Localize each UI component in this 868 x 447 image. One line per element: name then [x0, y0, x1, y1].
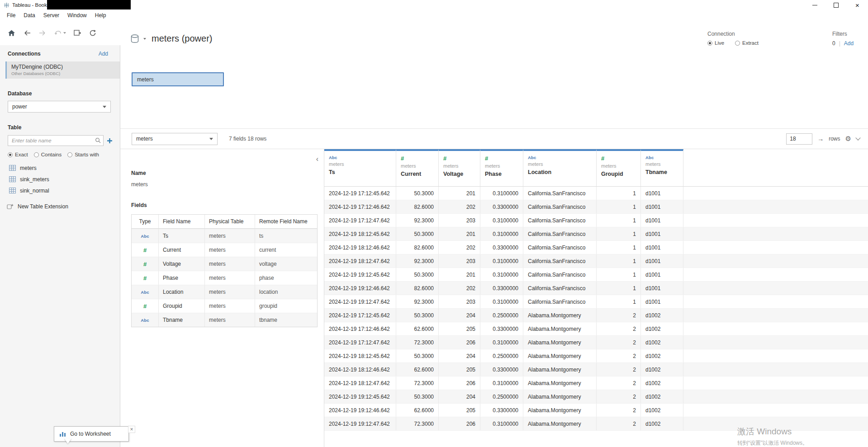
cell-ts[interactable]: 2024-12-19 17:12:46.642 — [324, 200, 396, 213]
cell-groupid[interactable]: 2 — [597, 309, 641, 322]
cell-current[interactable]: 82.6000 — [396, 241, 439, 254]
table-row[interactable]: 2024-12-19 19:12:47.64292.30002030.31000… — [324, 295, 868, 309]
cell-ts[interactable]: 2024-12-19 17:12:47.642 — [324, 214, 396, 227]
radio-starts-with[interactable]: Starts with — [67, 152, 99, 157]
cell-voltage[interactable]: 202 — [439, 241, 480, 254]
cell-phase[interactable]: 0.3100000 — [480, 295, 523, 308]
cell-tbname[interactable]: d1002 — [641, 376, 683, 390]
table-row[interactable]: 2024-12-19 17:12:47.64272.30002060.31000… — [324, 336, 868, 349]
cell-voltage[interactable]: 203 — [439, 214, 480, 227]
cell-groupid[interactable]: 2 — [597, 376, 641, 390]
cell-current[interactable]: 50.3000 — [396, 349, 439, 362]
cell-voltage[interactable]: 201 — [439, 268, 480, 281]
cell-location[interactable]: California.SanFrancisco — [523, 227, 597, 240]
cell-phase[interactable]: 0.3100000 — [480, 187, 523, 200]
cell-current[interactable]: 50.3000 — [396, 390, 439, 403]
cell-location[interactable]: California.SanFrancisco — [523, 241, 597, 254]
cell-voltage[interactable]: 205 — [439, 363, 480, 376]
cell-voltage[interactable]: 201 — [439, 187, 480, 200]
apply-row-count-icon[interactable]: → — [817, 135, 824, 142]
table-row[interactable]: 2024-12-19 17:12:47.64292.30002030.31000… — [324, 214, 868, 227]
cell-tbname[interactable]: d1001 — [641, 214, 683, 227]
table-row[interactable]: 2024-12-19 17:12:45.64250.30002040.25000… — [324, 309, 868, 322]
cell-voltage[interactable]: 206 — [439, 376, 480, 390]
cell-voltage[interactable]: 206 — [439, 336, 480, 349]
cell-location[interactable]: Alabama.Montgomery — [523, 390, 597, 403]
cell-groupid[interactable]: 1 — [597, 200, 641, 213]
row-count-input[interactable] — [786, 133, 812, 145]
cell-voltage[interactable]: 204 — [439, 309, 480, 322]
cell-groupid[interactable]: 1 — [597, 282, 641, 295]
table-row[interactable]: 2024-12-19 19:12:45.64250.30002010.31000… — [324, 268, 868, 282]
cell-location[interactable]: Alabama.Montgomery — [523, 322, 597, 335]
undo-dropdown-caret[interactable] — [63, 32, 66, 34]
cell-voltage[interactable]: 206 — [439, 417, 480, 430]
cell-groupid[interactable]: 2 — [597, 322, 641, 335]
cell-voltage[interactable]: 203 — [439, 295, 480, 308]
cell-tbname[interactable]: d1001 — [641, 268, 683, 281]
cell-phase[interactable]: 0.3100000 — [480, 268, 523, 281]
field-row[interactable]: #Phasemetersphase — [132, 271, 317, 285]
column-header-ts[interactable]: AbcmetersTs — [324, 149, 396, 186]
cell-groupid[interactable]: 1 — [597, 187, 641, 200]
cell-current[interactable]: 72.3000 — [396, 376, 439, 390]
cell-ts[interactable]: 2024-12-19 19:12:45.642 — [324, 390, 396, 403]
forward-icon[interactable] — [38, 29, 47, 37]
cell-ts[interactable]: 2024-12-19 17:12:45.642 — [324, 187, 396, 200]
filters-add-link[interactable]: Add — [844, 40, 854, 47]
cell-current[interactable]: 62.6000 — [396, 322, 439, 335]
cell-tbname[interactable]: d1002 — [641, 322, 683, 335]
add-connection-link[interactable]: Add — [99, 51, 108, 57]
canvas-table-chip[interactable]: meters — [132, 72, 224, 86]
cell-tbname[interactable]: d1002 — [641, 390, 683, 403]
cell-phase[interactable]: 0.3300000 — [480, 282, 523, 295]
cell-ts[interactable]: 2024-12-19 18:12:45.642 — [324, 227, 396, 240]
cell-ts[interactable]: 2024-12-19 18:12:47.642 — [324, 254, 396, 268]
table-row[interactable]: 2024-12-19 18:12:45.64250.30002010.31000… — [324, 227, 868, 241]
cell-voltage[interactable]: 203 — [439, 254, 480, 268]
cell-current[interactable]: 50.3000 — [396, 268, 439, 281]
table-row[interactable]: 2024-12-19 17:12:46.64282.60002020.33000… — [324, 200, 868, 214]
cell-groupid[interactable]: 1 — [597, 227, 641, 240]
cell-ts[interactable]: 2024-12-19 18:12:46.642 — [324, 363, 396, 376]
restore-button[interactable] — [825, 0, 847, 10]
table-row[interactable]: 2024-12-19 18:12:47.64292.30002030.31000… — [324, 254, 868, 268]
cell-tbname[interactable]: d1002 — [641, 404, 683, 417]
home-icon[interactable] — [7, 29, 16, 37]
column-header-location[interactable]: AbcmetersLocation — [523, 149, 597, 186]
column-header-tbname[interactable]: AbcmetersTbname — [641, 149, 683, 186]
table-list-item[interactable]: meters — [0, 162, 120, 174]
field-row[interactable]: #Currentmeterscurrent — [132, 243, 317, 257]
cell-location[interactable]: Alabama.Montgomery — [523, 349, 597, 362]
database-cylinder-icon[interactable] — [130, 34, 139, 44]
radio-exact[interactable]: Exact — [8, 152, 28, 157]
radio-contains[interactable]: Contains — [34, 152, 62, 157]
table-row[interactable]: 2024-12-19 18:12:47.64272.30002060.31000… — [324, 376, 868, 390]
radio-live[interactable]: Live — [707, 40, 724, 46]
connection-item[interactable]: MyTDengine (ODBC) Other Databases (ODBC) — [5, 61, 120, 79]
cell-current[interactable]: 92.3000 — [396, 254, 439, 268]
cell-ts[interactable]: 2024-12-19 17:12:46.642 — [324, 322, 396, 335]
cell-location[interactable]: California.SanFrancisco — [523, 214, 597, 227]
cell-phase[interactable]: 0.3300000 — [480, 322, 523, 335]
table-row[interactable]: 2024-12-19 17:12:45.64250.30002010.31000… — [324, 187, 868, 200]
cell-current[interactable]: 50.3000 — [396, 309, 439, 322]
menu-help[interactable]: Help — [91, 12, 110, 19]
column-header-groupid[interactable]: #metersGroupid — [597, 149, 641, 186]
cell-groupid[interactable]: 1 — [597, 295, 641, 308]
table-row[interactable]: 2024-12-19 18:12:45.64250.30002040.25000… — [324, 349, 868, 363]
cell-phase[interactable]: 0.2500000 — [480, 309, 523, 322]
cell-ts[interactable]: 2024-12-19 17:12:45.642 — [324, 309, 396, 322]
cell-tbname[interactable]: d1001 — [641, 295, 683, 308]
cell-phase[interactable]: 0.3300000 — [480, 363, 523, 376]
cell-location[interactable]: California.SanFrancisco — [523, 295, 597, 308]
cell-location[interactable]: Alabama.Montgomery — [523, 404, 597, 417]
cell-tbname[interactable]: d1002 — [641, 336, 683, 349]
table-search-input[interactable] — [8, 135, 104, 146]
field-row[interactable]: #Groupidmetersgroupid — [132, 299, 317, 313]
cell-voltage[interactable]: 204 — [439, 390, 480, 403]
cell-groupid[interactable]: 1 — [597, 241, 641, 254]
cell-ts[interactable]: 2024-12-19 19:12:46.642 — [324, 282, 396, 295]
field-row[interactable]: #Voltagemetersvoltage — [132, 257, 317, 271]
new-table-extension[interactable]: New Table Extension — [7, 203, 120, 210]
